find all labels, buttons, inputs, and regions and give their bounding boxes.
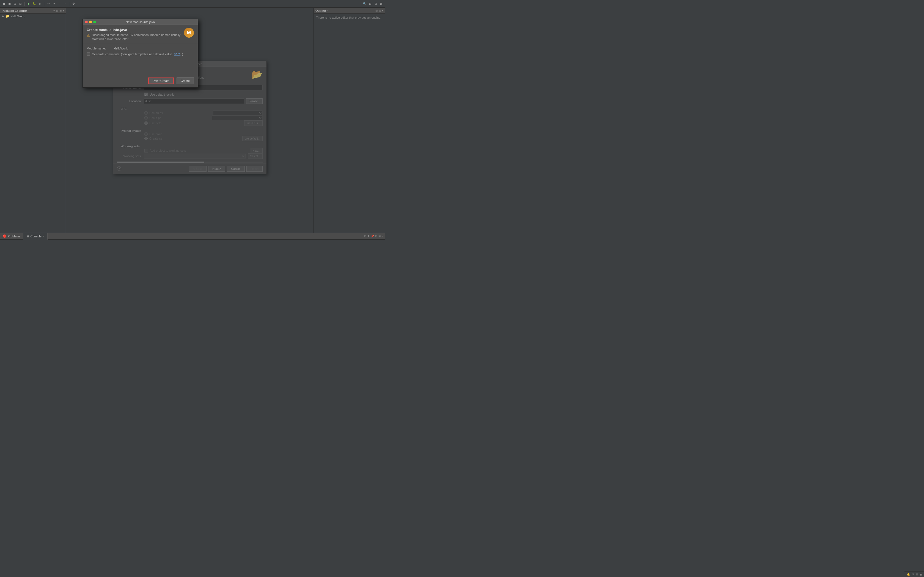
package-explorer-actions: ≡ ⊟ ⊠ ▾ — [53, 9, 64, 12]
toolbar-icon-3[interactable]: ⊞ — [13, 2, 17, 6]
create-button[interactable]: Create — [176, 77, 194, 84]
module-traffic-yellow[interactable] — [89, 21, 92, 23]
tree-item-helloworld[interactable]: ▶ 📁 HelloWorld — [0, 14, 66, 19]
here-link[interactable]: here — [174, 52, 180, 56]
console-content: No consoles to display at this time. — [0, 240, 385, 240]
toolbar-redo-icon[interactable]: ↪ — [52, 2, 56, 6]
add-working-set-checkbox[interactable] — [144, 149, 148, 153]
toolbar-forward-icon[interactable]: → — [63, 2, 67, 6]
panel-menu-icon[interactable]: ⊟ — [56, 9, 58, 12]
problems-tab-label: Problems — [8, 235, 20, 238]
jre-section-title: JRE — [117, 107, 263, 110]
layout-section-title: Project layout — [117, 129, 263, 132]
panel-max-icon[interactable]: ⊠ — [60, 9, 61, 12]
use-default-jre-radio[interactable] — [144, 121, 148, 125]
toolbar-max-icon[interactable]: ⊠ — [379, 2, 383, 6]
cancel-button[interactable]: Cancel — [227, 166, 244, 172]
toolbar-back-icon[interactable]: ← — [57, 2, 61, 6]
module-dialog-buttons: Don't Create Create — [83, 75, 198, 87]
outline-title: Outline — [315, 9, 326, 12]
toolbar-icon-2[interactable]: ▣ — [7, 2, 11, 6]
add-working-set-label: Add project to working sets — [150, 149, 186, 152]
toolbar-undo-icon[interactable]: ↩ — [46, 2, 51, 6]
bottom-min-icon[interactable]: ⊟ — [375, 235, 377, 238]
finish-button[interactable]: Finish — [246, 166, 263, 172]
working-sets-dropdown-row: Working sets: Select... — [117, 153, 263, 159]
dont-create-button[interactable]: Don't Create — [148, 77, 174, 84]
select-working-set-button[interactable]: Select... — [248, 153, 263, 159]
bottom-close-icon[interactable]: × — [382, 235, 383, 238]
configure-default-button[interactable]: ure default... — [242, 136, 263, 141]
toolbar-search-icon[interactable]: 🔍 — [362, 2, 367, 6]
java-dialog-footer: ? < Back Next > Cancel Finish — [113, 163, 267, 174]
use-default-jre-row: Use defa ure JREs... — [117, 120, 263, 126]
panel-view-menu-icon[interactable]: ▾ — [63, 9, 64, 12]
module-warning: ⚠ Discouraged module name. By convention… — [87, 33, 181, 42]
use-default-row: ✓ Use default location — [117, 93, 263, 96]
module-header-title: Create module-info.java — [87, 28, 181, 32]
bottom-scroll-icon[interactable]: ⬇ — [367, 235, 370, 238]
toolbar-run-icon[interactable]: ▶ — [27, 2, 31, 6]
bottom-clear-icon[interactable]: ⊡ — [364, 235, 366, 238]
jre-select[interactable] — [213, 110, 263, 115]
configure-jres-button[interactable]: ure JREs... — [244, 120, 263, 126]
add-working-set-row: Add project to working sets New... — [117, 148, 263, 153]
generate-comments-label: Generate comments — [92, 53, 120, 56]
console-tab-close[interactable]: × — [43, 235, 45, 238]
outline-close[interactable]: × — [327, 9, 329, 12]
outline-menu-icon[interactable]: ▾ — [382, 9, 383, 12]
toolbar-build-icon[interactable]: ⚙ — [71, 2, 76, 6]
tree-arrow: ▶ — [2, 15, 4, 18]
create-separate-radio[interactable] — [144, 137, 148, 140]
bottom-pin-icon[interactable]: 📌 — [371, 235, 374, 238]
panel-collapse-icon[interactable]: ≡ — [53, 9, 55, 12]
module-dialog-titlebar: New module-info.java — [83, 19, 198, 25]
here-suffix: ) — [182, 53, 183, 56]
problems-tab[interactable]: 🔴 Problems — [0, 233, 23, 240]
bottom-max-icon[interactable]: ⊠ — [378, 235, 381, 238]
outline-max-icon[interactable]: ⊠ — [379, 9, 381, 12]
use-project-radio[interactable] — [144, 116, 148, 119]
package-explorer-close[interactable]: × — [28, 9, 30, 12]
module-name-label: Module name: — [87, 47, 111, 50]
console-tab[interactable]: 🖥 Console × — [23, 233, 48, 240]
toolbar-sep-3 — [69, 2, 69, 6]
outline-actions: ⊟ ⊠ ▾ — [375, 9, 383, 12]
package-explorer-title: Package Explorer — [2, 9, 27, 12]
new-working-set-button[interactable]: New... — [250, 148, 263, 153]
module-traffic-green[interactable] — [93, 21, 96, 23]
create-separate-row: Create se ure default... — [117, 136, 263, 141]
use-project-folder-label: Use proje — [149, 132, 162, 136]
help-button[interactable]: ? — [117, 166, 121, 171]
location-input[interactable] — [144, 98, 244, 104]
package-explorer-header: Package Explorer × ≡ ⊟ ⊠ ▾ — [0, 8, 66, 14]
footer-buttons: < Back Next > Cancel Finish — [189, 166, 263, 172]
toolbar-persp-icon[interactable]: ⊞ — [368, 2, 372, 6]
use-default-checkbox[interactable]: ✓ — [144, 93, 148, 96]
working-sets-select[interactable] — [144, 153, 246, 158]
module-traffic-red[interactable] — [85, 21, 88, 23]
folder-icon: 📁 — [5, 14, 9, 18]
working-sets-section: Working sets Add project to working sets… — [117, 143, 263, 159]
toolbar-debug-icon[interactable]: 🐛 — [32, 2, 37, 6]
toolbar-icon-1[interactable]: ◼ — [2, 2, 6, 6]
next-button[interactable]: Next > — [208, 166, 225, 172]
module-info-dialog: New module-info.java Create module-info.… — [82, 19, 198, 88]
use-project-jre-row: Use a pr — [117, 115, 263, 120]
use-project-folder-radio[interactable] — [144, 132, 148, 136]
generate-comments-row: Generate comments (configure templates a… — [87, 52, 194, 56]
use-existing-radio[interactable] — [144, 111, 148, 114]
toolbar-icon-4[interactable]: ⊟ — [18, 2, 23, 6]
outline-header: Outline × ⊟ ⊠ ▾ — [314, 8, 385, 14]
browse-button[interactable]: Browse... — [246, 98, 263, 104]
jre-project-select[interactable] — [212, 115, 263, 120]
bottom-panel: 🔴 Problems 🖥 Console × ⊡ ⬇ 📌 ⊟ ⊠ × No co… — [0, 233, 385, 240]
generate-comments-checkbox[interactable] — [87, 52, 90, 56]
back-button[interactable]: < Back — [189, 166, 207, 172]
toolbar-profile-icon[interactable]: ◈ — [38, 2, 42, 6]
module-name-value: HelloWorld — [113, 47, 128, 50]
outline-min-icon[interactable]: ⊟ — [375, 9, 378, 12]
jre-section: JRE Use an ex Use a pr — [117, 106, 263, 126]
toolbar-min-icon[interactable]: ⊟ — [373, 2, 378, 6]
java-dialog-body: Project name: ✓ Use default location Loc… — [113, 82, 267, 161]
